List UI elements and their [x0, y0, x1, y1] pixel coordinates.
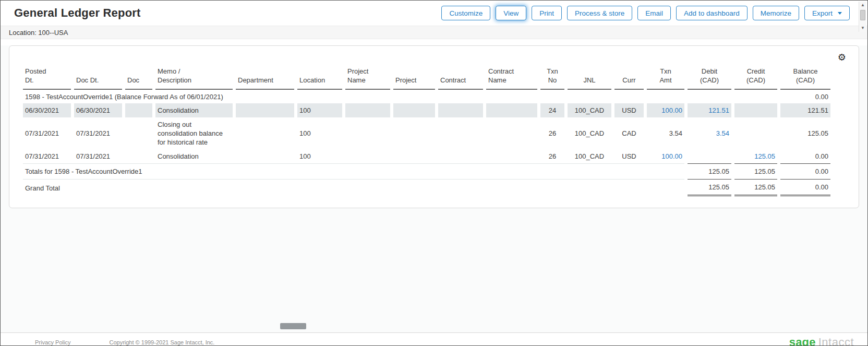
- cell-posted: 07/31/2021: [23, 149, 71, 163]
- total-label: Grand Total: [23, 179, 684, 196]
- cell-curr: USD: [614, 149, 644, 163]
- cell-location: 100: [297, 103, 342, 117]
- table-row: 07/31/202107/31/2021Closing out consolid…: [23, 117, 830, 149]
- page-footer: Privacy Policy Copyright © 1999-2021 Sag…: [1, 332, 867, 346]
- cell-debit: [688, 149, 731, 163]
- drilldown-link[interactable]: 100.00: [661, 106, 682, 114]
- cell-location: 100: [297, 117, 342, 149]
- cell-contract_name: [486, 103, 537, 117]
- cell-curr: USD: [614, 103, 644, 117]
- logo-intacct-text: Intacct: [818, 336, 854, 346]
- cell-project: [393, 117, 435, 149]
- cell-doc: [125, 149, 152, 163]
- add-to-dashboard-button[interactable]: Add to dashboard: [676, 6, 748, 20]
- cell-contract: [438, 103, 483, 117]
- page-title: General Ledger Report: [14, 6, 141, 20]
- cell-txn_amt: 100.00: [647, 103, 684, 117]
- export-button[interactable]: Export: [804, 6, 850, 20]
- column-header-debit: Debit(CAD): [688, 64, 731, 90]
- column-header-contract: Contract: [438, 64, 483, 90]
- scrollbar-thumb[interactable]: [860, 10, 865, 20]
- cell-department: [236, 117, 294, 149]
- column-header-curr: Curr: [614, 64, 644, 90]
- logo-sage-text: sage: [789, 336, 816, 346]
- privacy-policy-link[interactable]: Privacy Policy: [35, 339, 70, 345]
- scroll-down-icon[interactable]: ▼: [859, 25, 866, 32]
- customize-button[interactable]: Customize: [441, 6, 490, 20]
- cell-project_name: [345, 149, 390, 163]
- cell-project: [393, 103, 435, 117]
- cell-memo: Consolidation: [155, 149, 233, 163]
- view-button[interactable]: View: [496, 6, 526, 20]
- cell-txn_no: 26: [540, 117, 564, 149]
- column-header-location: Location: [297, 64, 342, 90]
- account-group-row: 1598 - TestAccountOverride1 (Balance For…: [23, 90, 830, 103]
- column-header-jnl: JNL: [568, 64, 611, 90]
- cell-doc_dt: 07/31/2021: [74, 117, 122, 149]
- drilldown-link[interactable]: 121.51: [708, 106, 729, 114]
- drilldown-link[interactable]: 100.00: [661, 152, 682, 160]
- grand-total-row: Grand Total125.05125.050.00: [23, 179, 830, 196]
- scrollbar-track[interactable]: [859, 9, 866, 25]
- memorize-button[interactable]: Memorize: [753, 6, 799, 20]
- balance-forward-value: 0.00: [780, 90, 830, 103]
- total-balance: 0.00: [780, 163, 830, 179]
- cell-credit: [734, 117, 777, 149]
- column-header-txn_amt: TxnAmt: [647, 64, 684, 90]
- column-header-credit: Credit(CAD): [734, 64, 777, 90]
- cell-project_name: [345, 117, 390, 149]
- horizontal-scrollbar-thumb[interactable]: [280, 323, 306, 329]
- scroll-up-icon[interactable]: ▲: [859, 2, 866, 9]
- column-header-posted: PostedDt.: [23, 64, 71, 90]
- cell-credit: 125.05: [734, 149, 777, 163]
- cell-txn_amt: 3.54: [647, 117, 684, 149]
- cell-doc: [125, 103, 152, 117]
- total-debit: 125.05: [688, 179, 731, 196]
- export-button-label: Export: [812, 9, 833, 17]
- cell-posted: 06/30/2021: [23, 103, 71, 117]
- column-header-txn_no: TxnNo: [540, 64, 564, 90]
- app-window: General Ledger Report Customize View Pri…: [0, 0, 868, 346]
- column-header-project_name: ProjectName: [345, 64, 390, 90]
- column-header-doc_dt: Doc Dt.: [74, 64, 122, 90]
- cell-balance: 121.51: [780, 103, 830, 117]
- cell-jnl: 100_CAD: [568, 103, 611, 117]
- vertical-scrollbar[interactable]: ▲ ▼: [859, 2, 866, 32]
- cell-project_name: [345, 103, 390, 117]
- page-header: General Ledger Report Customize View Pri…: [1, 1, 867, 26]
- table-row: 07/31/202107/31/2021Consolidation1002610…: [23, 149, 830, 163]
- gear-icon[interactable]: ⚙: [838, 52, 846, 63]
- toolbar: Customize View Print Process & store Ema…: [441, 6, 850, 20]
- cell-doc: [125, 117, 152, 149]
- email-button[interactable]: Email: [637, 6, 671, 20]
- report-table: PostedDt.Doc Dt.DocMemo /DescriptionDepa…: [20, 64, 834, 196]
- panel-actions: ⚙: [20, 48, 849, 64]
- cell-txn_no: 26: [540, 149, 564, 163]
- cell-balance: 125.05: [780, 117, 830, 149]
- total-credit: 125.05: [734, 179, 777, 196]
- cell-balance: 0.00: [780, 149, 830, 163]
- cell-contract_name: [486, 117, 537, 149]
- drilldown-link[interactable]: 125.05: [754, 152, 775, 160]
- column-header-contract_name: ContractName: [486, 64, 537, 90]
- drilldown-link[interactable]: 3.54: [716, 129, 729, 137]
- location-filter-label: Location: 100--USA: [9, 29, 68, 37]
- cell-contract: [438, 117, 483, 149]
- cell-curr: CAD: [614, 117, 644, 149]
- header-row: PostedDt.Doc Dt.DocMemo /DescriptionDepa…: [23, 64, 830, 90]
- column-header-doc: Doc: [125, 64, 152, 90]
- column-header-project: Project: [393, 64, 435, 90]
- total-balance: 0.00: [780, 179, 830, 196]
- process-store-button[interactable]: Process & store: [567, 6, 632, 20]
- totals-row: Totals for 1598 - TestAccountOverride112…: [23, 163, 830, 179]
- column-header-memo: Memo /Description: [155, 64, 233, 90]
- cell-posted: 07/31/2021: [23, 117, 71, 149]
- cell-jnl: 100_CAD: [568, 149, 611, 163]
- cell-memo: Consolidation: [155, 103, 233, 117]
- cell-contract_name: [486, 149, 537, 163]
- cell-txn_no: 24: [540, 103, 564, 117]
- cell-jnl: 100_CAD: [568, 117, 611, 149]
- total-debit: 125.05: [688, 163, 731, 179]
- print-button[interactable]: Print: [532, 6, 562, 20]
- cell-doc_dt: 06/30/2021: [74, 103, 122, 117]
